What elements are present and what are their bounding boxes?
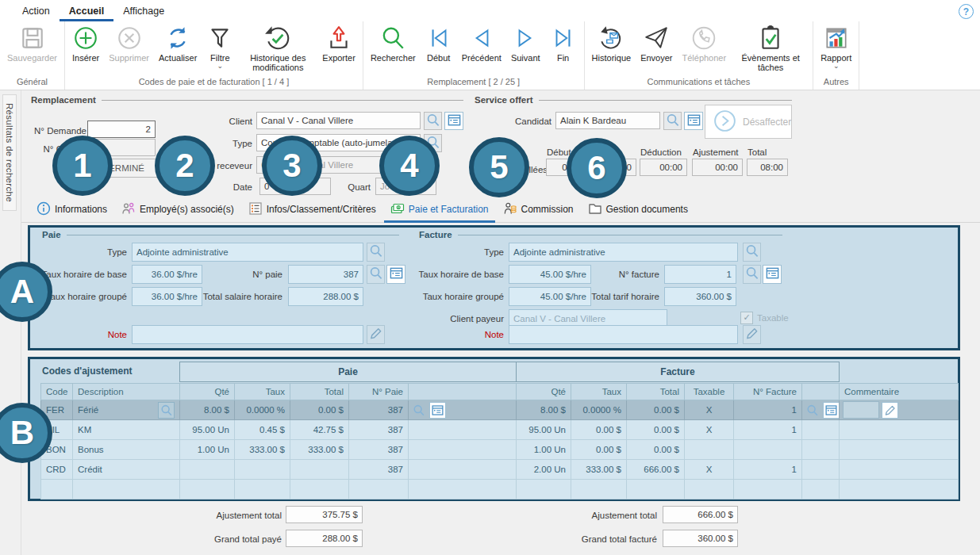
cell[interactable] [409,440,517,460]
cell[interactable]: 1 [734,400,802,420]
cell[interactable] [840,400,959,420]
cell[interactable]: 0.0000 % [235,400,290,420]
cell[interactable]: 95.00 Un [517,420,571,440]
cell[interactable] [180,460,235,480]
row-search-button[interactable] [158,402,175,419]
adjustment-row-empty[interactable] [41,480,959,500]
heures-field-ajustement[interactable]: 00:00 [692,159,743,176]
tab-gestion-documents[interactable]: Gestion documents [581,197,695,222]
cell[interactable] [840,460,959,480]
paie-taux-base-field[interactable]: 36.00 $/hre [132,265,202,284]
cell[interactable]: 8.00 $ [180,400,235,420]
cell[interactable] [409,420,517,440]
cell[interactable] [685,440,734,460]
ribbon-button-rechercher[interactable]: Rechercher [366,22,421,63]
facture-note-edit-button[interactable] [743,325,761,344]
cell[interactable] [349,480,409,500]
cell[interactable] [517,480,571,500]
comment-edit-button[interactable] [882,402,898,419]
cell[interactable] [840,420,959,440]
heures-field-total[interactable]: 08:00 [747,159,788,176]
candidat-search-button[interactable] [663,112,682,130]
cell[interactable]: 0.00 $ [571,420,627,440]
no-demande-field[interactable]: 2 [87,121,156,138]
menu-tab-affichage[interactable]: Affichage [113,2,174,21]
ribbon-button-rapport[interactable]: Rapport⌄ [816,22,856,68]
cell[interactable] [235,480,290,500]
cell[interactable] [685,480,734,500]
cell[interactable] [409,460,517,480]
ribbon-button-insérer[interactable]: Insérer [67,22,104,63]
row-search-button[interactable] [410,402,427,419]
cell[interactable] [802,400,840,420]
ribbon-button-fin[interactable]: Fin [545,22,582,63]
cell[interactable] [290,460,349,480]
total-salaire-field[interactable]: 288.00 $ [288,287,363,306]
cell[interactable] [802,460,840,480]
cell[interactable]: 333.00 $ [290,440,349,460]
ribbon-button-suivant[interactable]: Suivant [506,22,545,63]
cell[interactable]: 0.00 $ [571,440,627,460]
client-field[interactable]: Canal V - Canal Villere [256,112,421,129]
cell[interactable]: X [685,460,734,480]
adjustment-row-bon[interactable]: BONBonus1.00 Un333.00 $333.00 $3871.00 U… [41,440,959,460]
cell[interactable] [802,440,840,460]
comment-field[interactable] [843,401,879,419]
tab-informations[interactable]: Informations [29,197,114,222]
menu-tab-accueil[interactable]: Accueil [60,2,113,21]
cell[interactable]: 95.00 Un [180,420,235,440]
help-icon[interactable]: ? [959,4,974,19]
client-open-button[interactable] [444,112,463,130]
cell[interactable]: Bonus [73,440,180,460]
client-search-button[interactable] [424,112,442,130]
cell[interactable] [73,480,180,500]
cell[interactable] [840,440,959,460]
cell[interactable]: X [685,400,734,420]
tab-infos-classement-criteres[interactable]: Infos/Classement/Critères [241,197,383,222]
cell[interactable] [802,420,840,440]
ribbon-button-évènements-et-tâches[interactable]: Évènements et tâches [731,22,810,73]
cell[interactable] [180,480,235,500]
no-facture-search-button[interactable] [743,265,761,284]
ribbon-button-historique-des-modifications[interactable]: Historique des modifications [238,22,317,73]
cell[interactable]: 1 [734,460,802,480]
ribbon-button-filtre[interactable]: Filtre⌄ [202,22,238,68]
cell[interactable] [290,480,349,500]
tab-paie-et-facturation[interactable]: Paie et Facturation [383,197,496,222]
ribbon-button-actualiser[interactable]: Actualiser [154,22,202,63]
facture-type-search-button[interactable] [743,243,761,262]
cell[interactable]: 0.00 $ [627,420,685,440]
menu-tab-action[interactable]: Action [13,2,60,21]
cell[interactable] [734,440,802,460]
cell[interactable]: 42.75 $ [290,420,349,440]
cell[interactable]: 8.00 $ [517,400,571,420]
cell[interactable] [409,480,517,500]
heures-field-déduction[interactable]: 00:00 [640,159,687,176]
cell[interactable]: 0.00 $ [627,440,685,460]
cell[interactable] [409,400,517,420]
ribbon-button-envoyer[interactable]: Envoyer [636,22,677,63]
cell[interactable] [571,480,627,500]
adjustment-row-fer[interactable]: FERFérié8.00 $0.0000 %0.00 $3878.00 $0.0… [41,400,959,420]
ribbon-button-exporter[interactable]: Exporter [317,22,360,63]
cell[interactable]: 333.00 $ [235,440,290,460]
cell[interactable] [41,480,73,500]
ribbon-button-historique[interactable]: Historique [587,22,636,63]
cell[interactable]: 0.0000 % [571,400,627,420]
cell[interactable] [802,480,840,500]
adjustment-row-crd[interactable]: CRDCrédit3872.00 Un333.00 $666.00 $X1 [41,460,959,480]
cell[interactable]: KM [73,420,180,440]
row-open-button[interactable] [429,402,446,419]
candidat-open-button[interactable] [684,112,703,130]
cell[interactable] [840,480,959,500]
cell[interactable]: 1.00 Un [517,440,571,460]
facture-type-field[interactable]: Adjointe administrative [509,243,738,262]
cell[interactable] [235,460,290,480]
ribbon-button-précédent[interactable]: Précédent [457,22,506,63]
cell[interactable]: 2.00 Un [517,460,571,480]
paie-taux-groupe-field[interactable]: 36.00 $/hre [132,287,202,306]
no-facture-open-button[interactable] [763,265,782,284]
sidebar-results-tab[interactable]: Résultats de recherche [2,94,17,211]
paie-type-field[interactable]: Adjointe administrative [132,243,363,262]
paie-note-field[interactable] [132,325,363,344]
